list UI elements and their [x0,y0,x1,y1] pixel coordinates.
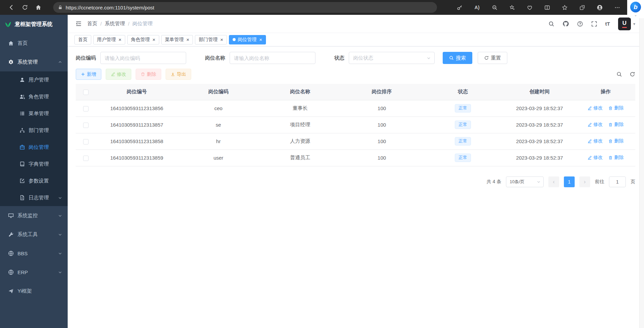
sidebar-item-dept-management[interactable]: 部门管理 [0,122,68,139]
breadcrumb-item-system-management[interactable]: 系统管理 [105,21,125,27]
sidebar-item-user-management[interactable]: 用户管理 [0,71,68,88]
delete-button[interactable]: 删除 [136,69,161,80]
show-search-icon[interactable] [616,71,622,77]
sidebar-item-home[interactable]: 首页 [0,34,68,53]
cell-name: 董事长 [259,100,341,117]
row-edit-link[interactable]: 修改 [587,155,603,161]
search-icon[interactable] [548,21,554,27]
page-size-select[interactable]: 10条/页 [506,176,544,187]
row-delete-link[interactable]: 删除 [608,122,623,128]
status-badge: 正常 [455,121,471,129]
row-checkbox[interactable] [83,106,89,111]
row-delete-link[interactable]: 删除 [608,155,623,161]
sidebar-item-system-tools[interactable]: 系统工具 [0,225,68,244]
export-button[interactable]: 导出 [166,69,191,80]
sidebar-item-role-management[interactable]: 角色管理 [0,88,68,105]
status-select[interactable]: 岗位状态 [349,52,435,64]
favorites-add-icon[interactable] [506,2,518,13]
cell-status: 正常 [422,100,503,117]
page-number-1[interactable]: 1 [564,176,575,187]
add-button[interactable]: 新增 [76,69,101,80]
split-screen-icon[interactable] [541,2,553,13]
cell-actions: 修改删除 [576,117,635,133]
row-checkbox[interactable] [83,123,89,128]
goto-page-input[interactable] [609,176,626,187]
collections-icon[interactable] [576,2,588,13]
question-icon[interactable] [577,21,583,27]
profile-icon[interactable] [594,2,606,13]
plus-icon [81,72,85,76]
next-page-button[interactable]: › [579,176,590,187]
back-icon[interactable] [5,2,18,13]
sidebar-item-log-management[interactable]: 日志管理 [0,189,68,206]
tab-post-management[interactable]: 岗位管理× [229,35,266,44]
edit-pen-icon [587,156,592,160]
sidebar-item-yi-framework[interactable]: Yi框架 [0,282,68,300]
badge-icon [20,144,25,150]
sidebar-item-system-monitor[interactable]: 系统监控 [0,206,68,225]
bing-discover-icon[interactable]: b ⌄ [627,0,644,18]
url-text[interactable]: https://ccnetcore.com:1101/system/post [66,5,154,10]
collapse-sidebar-button[interactable] [75,21,82,27]
zoom-icon[interactable] [488,2,501,13]
sidebar-item-dict-management[interactable]: 字典管理 [0,156,68,172]
sidebar-item-bbs[interactable]: BBS [0,244,68,263]
home-icon[interactable] [32,2,45,13]
sidebar-item-param-settings[interactable]: 参数设置 [0,172,68,189]
close-tab-icon[interactable]: × [259,37,262,42]
trash-icon [141,72,145,76]
cell-status: 正常 [422,133,503,150]
tab-menu-management[interactable]: 菜单管理× [161,35,193,44]
tab-bar: 首页用户管理×角色管理×菜单管理×部门管理×岗位管理× [68,33,644,46]
tab-home[interactable]: 首页 [74,35,91,44]
favorites-icon[interactable] [558,2,571,13]
app-logo[interactable]: 意框架管理系统 [0,15,68,34]
page-scrollbar[interactable] [639,15,644,328]
lock-icon [58,5,63,10]
prev-page-button[interactable]: ‹ [548,176,559,187]
sidebar-item-post-management[interactable]: 岗位管理 [0,139,68,156]
tree-icon [20,128,25,133]
select-all-checkbox[interactable] [83,90,89,95]
tab-role-management[interactable]: 角色管理× [127,35,159,44]
sidebar-item-erp[interactable]: ERP [0,263,68,282]
settings-ellipsis-icon[interactable] [611,2,623,13]
tab-dept-management[interactable]: 部门管理× [195,35,227,44]
browser-essentials-icon[interactable] [523,2,536,13]
row-delete-link[interactable]: 删除 [608,138,623,144]
sidebar-item-menu-management[interactable]: 菜单管理 [0,105,68,122]
posts-table: 岗位编号岗位编码岗位名称岗位排序状态创建时间操作 164103059311231… [76,84,635,166]
sidebar-item-system-management[interactable]: 系统管理 [0,53,68,71]
row-edit-link[interactable]: 修改 [587,122,603,128]
tab-user-management[interactable]: 用户管理× [93,35,125,44]
close-tab-icon[interactable]: × [187,37,190,42]
github-icon[interactable] [563,21,569,27]
reset-button[interactable]: 重置 [478,52,507,64]
row-delete-link[interactable]: 删除 [608,105,623,111]
read-aloud-icon[interactable]: A) [471,2,483,13]
refresh-icon[interactable] [18,2,32,13]
row-edit-link[interactable]: 修改 [587,138,603,144]
font-size-icon[interactable]: tT [605,21,610,27]
row-select-cell [76,117,96,133]
fullscreen-icon[interactable] [591,21,597,27]
post-name-input[interactable] [230,52,315,64]
close-tab-icon[interactable]: × [152,37,156,42]
close-tab-icon[interactable]: × [220,37,223,42]
search-button[interactable]: 搜索 [443,52,472,64]
row-checkbox[interactable] [83,156,89,161]
address-bar[interactable]: https://ccnetcore.com:1101/system/post [53,2,437,13]
chevron-down-icon[interactable]: ⌄ [634,13,637,17]
post-code-input[interactable] [100,52,186,64]
monitor-icon [8,213,14,219]
row-edit-link[interactable]: 修改 [587,105,603,111]
close-tab-icon[interactable]: × [118,37,122,42]
edit-button[interactable]: 修改 [106,69,131,80]
bing-logo[interactable]: b [630,2,641,12]
status-select-placeholder: 岗位状态 [353,55,373,61]
user-avatar[interactable]: U ▾ [618,18,635,30]
row-checkbox[interactable] [83,139,89,144]
breadcrumb-item-home[interactable]: 首页 [87,21,97,27]
refresh-table-icon[interactable] [630,71,635,77]
key-icon[interactable] [453,2,466,13]
